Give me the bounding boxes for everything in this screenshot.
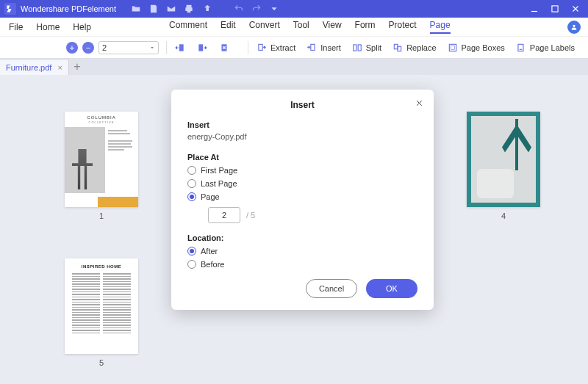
page-thumbnails-area: COLUMBIA COLLECTIVE 1 4 INSPIRED HOME 5 … — [0, 75, 588, 384]
svg-rect-10 — [449, 44, 456, 51]
page-toolbar: + − 2 Extract Insert Split Replace Page … — [0, 37, 588, 59]
print-icon[interactable] — [184, 4, 194, 14]
radio-first-page[interactable] — [187, 166, 196, 175]
tab-label: Furniture.pdf — [6, 63, 51, 72]
dialog-title: Insert — [187, 100, 417, 110]
dialog-overlay: Insert Insert energy-Copy.pdf Place At F… — [0, 75, 588, 384]
radio-after[interactable] — [187, 247, 196, 256]
dropdown-icon[interactable] — [269, 4, 279, 14]
page-number-value: 2 — [102, 43, 149, 52]
save-icon[interactable] — [148, 4, 159, 14]
pageboxes-button[interactable]: Page Boxes — [447, 42, 505, 54]
page-number-field[interactable]: 2 — [208, 207, 240, 223]
section-location-label: Location: — [187, 233, 417, 242]
app-logo — [4, 3, 16, 15]
page-total-label: / 5 — [246, 211, 255, 220]
radio-before-label: Before — [201, 260, 224, 269]
new-tab-button[interactable]: + — [69, 59, 85, 75]
split-button[interactable]: Split — [351, 42, 381, 54]
svg-rect-2 — [198, 44, 203, 51]
tab-close-icon[interactable]: × — [57, 63, 62, 72]
extract-button[interactable]: Extract — [256, 42, 295, 54]
menu-protect[interactable]: Protect — [389, 20, 417, 34]
insert-right-button[interactable] — [196, 42, 208, 54]
menubar: File Home Help Comment Edit Convert Tool… — [0, 18, 588, 37]
svg-rect-8 — [394, 44, 398, 48]
radio-before-row[interactable]: Before — [187, 260, 417, 269]
menu-page[interactable]: Page — [430, 20, 451, 34]
delete-page-button[interactable] — [218, 42, 230, 54]
radio-after-row[interactable]: After — [187, 247, 417, 256]
radio-last-page-label: Last Page — [201, 179, 237, 188]
close-icon[interactable] — [570, 4, 581, 14]
document-tab[interactable]: Furniture.pdf × — [0, 59, 69, 75]
insert-button[interactable]: Insert — [306, 42, 341, 54]
svg-rect-9 — [398, 46, 401, 51]
ok-button[interactable]: OK — [366, 279, 417, 298]
menu-edit[interactable]: Edit — [220, 20, 236, 34]
menu-view[interactable]: View — [323, 20, 342, 34]
radio-first-page-label: First Page — [201, 166, 237, 175]
radio-page-label: Page — [201, 192, 220, 201]
menu-form[interactable]: Form — [355, 20, 376, 34]
open-icon[interactable] — [131, 4, 141, 14]
share-icon[interactable] — [201, 4, 212, 14]
menu-tool[interactable]: Tool — [293, 20, 309, 34]
menu-comment[interactable]: Comment — [169, 20, 207, 34]
zoom-in-button[interactable]: + — [66, 42, 78, 54]
insert-left-button[interactable] — [174, 42, 186, 54]
mail-icon[interactable] — [166, 4, 176, 14]
radio-last-page[interactable] — [187, 179, 196, 188]
insert-filename: energy-Copy.pdf — [187, 132, 417, 141]
svg-rect-13 — [520, 48, 523, 49]
menu-convert[interactable]: Convert — [249, 20, 280, 34]
radio-page-row[interactable]: Page — [187, 192, 417, 201]
svg-rect-5 — [311, 44, 315, 50]
replace-button[interactable]: Replace — [392, 42, 436, 54]
page-number-input[interactable]: 2 — [98, 41, 159, 54]
redo-icon[interactable] — [251, 4, 262, 14]
menu-home[interactable]: Home — [36, 22, 60, 32]
svg-rect-7 — [358, 44, 361, 50]
svg-rect-4 — [259, 44, 262, 50]
maximize-icon[interactable] — [550, 4, 560, 14]
svg-rect-11 — [451, 46, 454, 49]
radio-after-label: After — [201, 247, 218, 256]
dialog-close-button[interactable] — [413, 97, 425, 109]
menu-file[interactable]: File — [9, 22, 23, 32]
titlebar: Wondershare PDFelement — [0, 0, 588, 18]
chevron-down-icon — [149, 45, 155, 51]
undo-icon[interactable] — [234, 4, 244, 14]
tabbar: Furniture.pdf × + — [0, 59, 588, 75]
section-placeat-label: Place At — [187, 153, 417, 162]
app-title: Wondershare PDFelement — [21, 4, 116, 13]
svg-rect-1 — [179, 44, 184, 51]
svg-rect-12 — [518, 44, 523, 51]
radio-before[interactable] — [187, 260, 196, 269]
minimize-icon[interactable] — [529, 4, 539, 14]
menu-help[interactable]: Help — [73, 22, 91, 32]
section-insert-label: Insert — [187, 120, 417, 129]
svg-rect-6 — [354, 44, 356, 50]
radio-first-page-row[interactable]: First Page — [187, 166, 417, 175]
svg-rect-0 — [552, 6, 558, 12]
radio-last-page-row[interactable]: Last Page — [187, 179, 417, 188]
cancel-button[interactable]: Cancel — [306, 279, 357, 298]
radio-page[interactable] — [187, 192, 196, 201]
pagelabels-button[interactable]: Page Labels — [515, 42, 575, 54]
user-avatar[interactable] — [567, 21, 581, 34]
insert-dialog: Insert Insert energy-Copy.pdf Place At F… — [171, 90, 434, 310]
zoom-out-button[interactable]: − — [82, 42, 94, 54]
